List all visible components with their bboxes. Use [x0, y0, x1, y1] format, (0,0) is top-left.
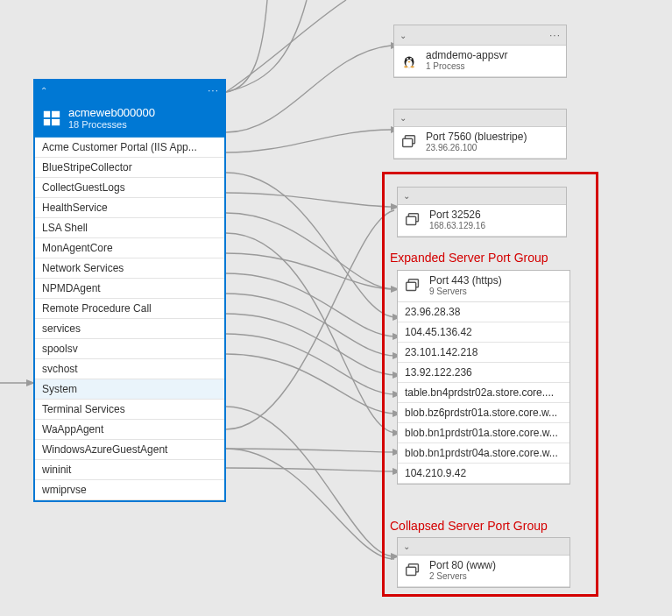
process-row[interactable]: spoolsv: [35, 339, 224, 359]
process-row[interactable]: Acme Customer Portal (IIS App...: [35, 138, 224, 158]
server-list: 23.96.28.38104.45.136.4223.101.142.21813…: [398, 302, 569, 484]
port-name: Port 80 (www): [429, 559, 496, 571]
svg-point-24: [410, 58, 411, 59]
server-row[interactable]: 13.92.122.236: [398, 363, 569, 383]
linux-icon: [400, 51, 419, 70]
process-row[interactable]: wininit: [35, 460, 224, 480]
node-title: Port 443 (https) 9 Servers: [398, 271, 569, 302]
svg-point-25: [404, 66, 408, 67]
node-header[interactable]: ⌄: [398, 188, 566, 205]
node-title: admdemo-appsvr 1 Process: [394, 46, 566, 77]
process-row[interactable]: HealthService: [35, 198, 224, 218]
chevron-down-icon[interactable]: ⌄: [400, 113, 407, 123]
port-node-32526[interactable]: ⌄ Port 32526 168.63.129.16: [397, 187, 567, 237]
server-name: acmeweb000000: [68, 106, 155, 119]
servers-icon: [403, 276, 422, 295]
server-row[interactable]: blob.bn1prdstr04a.store.core.w...: [398, 443, 569, 464]
port-name: Port 443 (https): [429, 274, 502, 287]
svg-rect-16: [52, 110, 60, 117]
port-sub: 23.96.26.100: [426, 143, 527, 152]
svg-point-23: [407, 58, 408, 59]
servers-icon: [400, 132, 419, 152]
port-name: Port 32526: [429, 209, 485, 221]
svg-rect-30: [407, 216, 416, 224]
server-row[interactable]: table.bn4prdstr02a.store.core....: [398, 383, 569, 403]
windows-icon: [42, 109, 61, 128]
process-row[interactable]: BlueStripeCollector: [35, 158, 224, 178]
server-sub: 1 Process: [426, 61, 507, 71]
process-row[interactable]: WindowsAzureGuestAgent: [35, 440, 224, 460]
node-menu-icon[interactable]: ···: [208, 84, 219, 96]
port-sub: 168.63.129.16: [429, 221, 485, 230]
node-title: acmeweb000000 18 Processes: [35, 101, 224, 138]
svg-rect-17: [44, 118, 50, 124]
process-row[interactable]: Remote Procedure Call: [35, 299, 224, 319]
svg-point-26: [410, 66, 414, 67]
process-row[interactable]: System: [35, 379, 224, 400]
svg-rect-18: [52, 118, 60, 124]
node-menu-icon[interactable]: ···: [549, 29, 561, 41]
process-row[interactable]: MonAgentCore: [35, 238, 224, 258]
server-row[interactable]: 104.210.9.42: [398, 464, 569, 484]
server-row[interactable]: blob.bz6prdstr01a.store.core.w...: [398, 403, 569, 423]
server-sub: 18 Processes: [68, 119, 155, 130]
process-row[interactable]: svchost: [35, 359, 224, 379]
process-row[interactable]: CollectGuestLogs: [35, 178, 224, 198]
servers-icon: [403, 210, 422, 230]
node-title: Port 7560 (bluestripe) 23.96.26.100: [394, 127, 566, 159]
server-row[interactable]: blob.bn1prdstr01a.store.core.w...: [398, 423, 569, 443]
process-row[interactable]: NPMDAgent: [35, 279, 224, 299]
process-row[interactable]: WaAppAgent: [35, 420, 224, 440]
process-row[interactable]: Network Services: [35, 258, 224, 279]
port-name: Port 7560 (bluestripe): [426, 131, 527, 143]
node-header[interactable]: ⌄ ···: [394, 25, 566, 46]
process-row[interactable]: LSA Shell: [35, 218, 224, 238]
svg-rect-15: [44, 110, 50, 117]
server-row[interactable]: 23.96.28.38: [398, 302, 569, 322]
svg-rect-28: [403, 138, 413, 146]
server-name: admdemo-appsvr: [426, 49, 507, 61]
port-sub: 9 Servers: [429, 287, 502, 296]
server-row[interactable]: 104.45.136.42: [398, 322, 569, 343]
chevron-down-icon[interactable]: ⌄: [400, 31, 407, 40]
process-list: Acme Customer Portal (IIS App...BlueStri…: [35, 138, 224, 500]
annotation-expanded: Expanded Server Port Group: [390, 251, 548, 265]
svg-rect-34: [407, 567, 416, 575]
port-group-80[interactable]: ⌄ Port 80 (www) 2 Servers: [397, 537, 570, 588]
node-title: Port 80 (www) 2 Servers: [398, 556, 569, 587]
port-group-443[interactable]: Port 443 (https) 9 Servers 23.96.28.3810…: [397, 270, 570, 485]
annotation-collapsed: Collapsed Server Port Group: [390, 519, 548, 533]
node-header[interactable]: ⌃ ···: [35, 81, 224, 101]
node-header[interactable]: ⌄: [394, 110, 566, 127]
server-row[interactable]: 23.101.142.218: [398, 343, 569, 363]
process-row[interactable]: services: [35, 319, 224, 339]
process-row[interactable]: Terminal Services: [35, 400, 224, 420]
svg-rect-32: [407, 282, 416, 290]
port-node-7560[interactable]: ⌄ Port 7560 (bluestripe) 23.96.26.100: [393, 109, 567, 159]
chevron-down-icon[interactable]: ⌄: [403, 191, 410, 201]
chevron-down-icon[interactable]: ⌄: [403, 542, 410, 551]
node-header[interactable]: ⌄: [398, 538, 569, 556]
server-node-acmeweb[interactable]: ⌃ ··· acmeweb000000 18 Processes Acme Cu…: [33, 79, 226, 502]
server-node-appsvr[interactable]: ⌄ ··· admdemo-appsvr 1 Process: [393, 25, 567, 78]
process-row[interactable]: wmiprvse: [35, 480, 224, 500]
chevron-up-icon[interactable]: ⌃: [40, 86, 47, 96]
servers-icon: [403, 561, 422, 580]
node-title: Port 32526 168.63.129.16: [398, 205, 566, 237]
port-sub: 2 Servers: [429, 571, 496, 581]
